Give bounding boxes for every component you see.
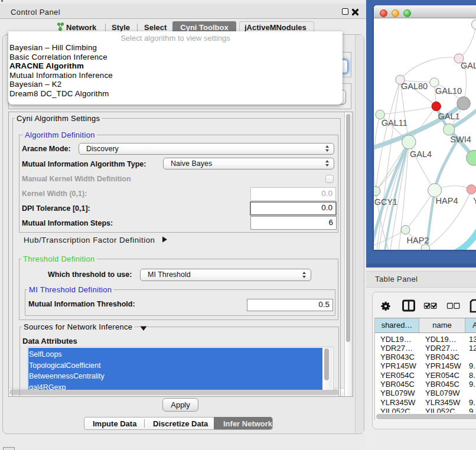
svg-text:GAL2: GAL2 <box>461 61 476 70</box>
svg-text:GAL80: GAL80 <box>401 81 428 91</box>
svg-text:GAL11: GAL11 <box>382 118 407 128</box>
svg-text:HAP4: HAP4 <box>436 196 458 206</box>
svg-text:GCY1: GCY1 <box>374 197 398 207</box>
svg-text:HAP2: HAP2 <box>407 236 429 245</box>
svg-text:GAL10: GAL10 <box>435 86 462 96</box>
svg-text:SWI4: SWI4 <box>450 135 471 144</box>
svg-text:GAL4: GAL4 <box>410 149 432 159</box>
svg-text:Y: Y <box>473 196 476 206</box>
svg-text:GAL1: GAL1 <box>438 112 460 121</box>
